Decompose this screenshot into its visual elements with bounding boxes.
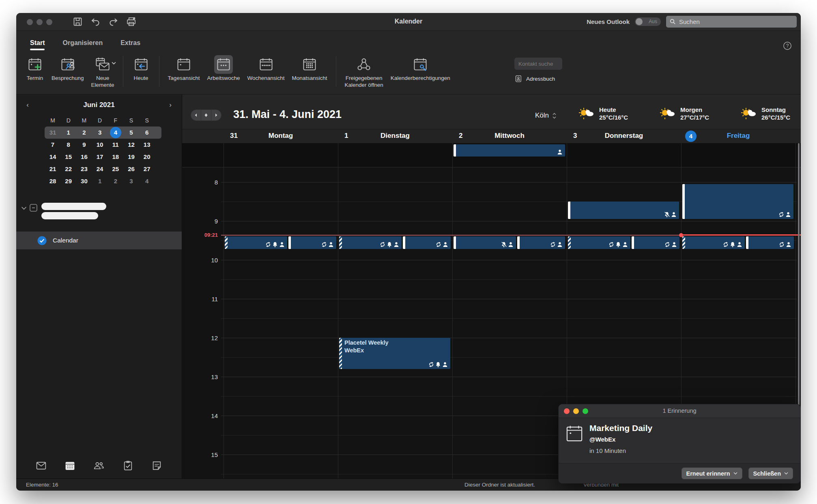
mini-calendar-day[interactable]: 1 — [92, 176, 108, 187]
help-icon[interactable]: ? — [783, 41, 792, 50]
calendar-event[interactable] — [682, 236, 745, 249]
mini-calendar-day[interactable]: 12 — [124, 139, 139, 150]
mini-calendar-day[interactable]: 3 — [92, 127, 108, 138]
ribbon-button-wochenansicht[interactable]: Wochenansicht — [243, 54, 288, 83]
mini-calendar-day[interactable]: 31 — [45, 127, 60, 138]
mini-calendar-day[interactable]: 19 — [124, 151, 139, 163]
calendar-checkbox[interactable] — [37, 236, 47, 245]
print-icon[interactable] — [126, 16, 137, 27]
mini-calendar-day[interactable]: 7 — [45, 139, 60, 150]
calendar-event[interactable] — [403, 236, 451, 249]
mini-calendar-day[interactable]: 8 — [61, 139, 76, 150]
person-icon — [737, 242, 742, 247]
dismiss-button[interactable]: Schließen — [748, 468, 793, 479]
event-placetel-weekly[interactable]: Placetel WeeklyWebEx — [339, 338, 450, 369]
ribbon-button-besprechung[interactable]: Besprechung — [48, 54, 88, 83]
calendar-event[interactable] — [632, 236, 679, 249]
calendar-event[interactable] — [746, 236, 794, 249]
ribbon-button-monatsansicht[interactable]: Monatsansicht — [288, 54, 331, 83]
mini-calendar-day[interactable]: 9 — [76, 139, 92, 150]
calendar-module-icon[interactable] — [64, 460, 75, 471]
mini-calendar-day[interactable]: 21 — [45, 163, 60, 175]
calendar-event[interactable] — [339, 236, 402, 249]
snooze-button[interactable]: Erneut erinnern — [682, 468, 742, 479]
event-icons — [664, 212, 677, 217]
mini-calendar-day[interactable]: 1 — [61, 127, 76, 138]
all-day-event[interactable] — [454, 144, 565, 157]
mini-calendar-day[interactable]: 28 — [45, 176, 60, 187]
mini-calendar-day[interactable]: 2 — [108, 176, 123, 187]
mini-calendar-day[interactable]: 16 — [76, 151, 92, 163]
nav-back-button[interactable] — [191, 110, 201, 120]
chevron-down-icon[interactable] — [21, 206, 27, 210]
people-module-icon[interactable] — [93, 460, 104, 471]
tab-organisieren[interactable]: Organisieren — [62, 39, 103, 50]
nav-forward-button[interactable] — [211, 110, 221, 120]
chevron-down-icon — [784, 472, 788, 475]
close-window-button[interactable] — [27, 19, 33, 25]
mini-calendar-day[interactable]: 2 — [76, 127, 92, 138]
mini-calendar-day[interactable]: 17 — [92, 151, 108, 163]
calendar-event[interactable] — [225, 236, 287, 249]
calendar-event[interactable] — [682, 184, 793, 219]
weather-location[interactable]: Köln — [535, 112, 557, 120]
mini-calendar-day[interactable]: 27 — [139, 163, 155, 175]
mini-calendar-day[interactable]: 14 — [45, 151, 60, 163]
search-input[interactable] — [679, 18, 793, 25]
ribbon-button-tagesansicht[interactable]: Tagesansicht — [164, 54, 204, 83]
mini-calendar-day[interactable]: 5 — [124, 127, 139, 138]
ribbon-button-neue[interactable]: Neue Elemente — [88, 54, 118, 90]
tab-extras[interactable]: Extras — [120, 39, 140, 50]
mini-calendar-day[interactable]: 24 — [92, 163, 108, 175]
ribbon-button-termin[interactable]: Termin — [22, 54, 48, 83]
mini-calendar-day[interactable]: 11 — [108, 139, 123, 150]
weather-temp-label: 26°C/15°C — [761, 114, 790, 121]
mini-calendar-prev-button[interactable]: ‹ — [24, 102, 31, 108]
sidebar-item-calendar[interactable]: Calendar — [16, 232, 182, 249]
mini-calendar-day[interactable]: 29 — [61, 176, 76, 187]
mini-calendar-day[interactable]: 3 — [124, 176, 139, 187]
mini-calendar-day[interactable]: 18 — [108, 151, 123, 163]
event-status-bar — [454, 236, 456, 249]
zoom-window-button[interactable] — [46, 19, 52, 25]
contact-search-field[interactable]: Kontakt suche — [514, 58, 562, 70]
mini-calendar-day[interactable]: 15 — [61, 151, 76, 163]
undo-icon[interactable] — [90, 16, 101, 27]
calendar-event[interactable] — [517, 236, 565, 249]
event-status-bar — [454, 144, 456, 157]
mini-calendar-next-button[interactable]: › — [167, 102, 174, 108]
notes-module-icon[interactable] — [151, 460, 162, 471]
nav-today-button[interactable] — [201, 110, 211, 120]
calendar-event[interactable] — [454, 236, 516, 249]
calendar-event[interactable] — [288, 236, 336, 249]
tab-start[interactable]: Start — [30, 39, 45, 50]
save-icon[interactable] — [72, 16, 83, 27]
mini-calendar-day[interactable]: 26 — [124, 163, 139, 175]
ribbon-button-heute[interactable]: Heute — [128, 54, 154, 83]
mini-calendar-day[interactable]: 13 — [139, 139, 155, 150]
calendar-event[interactable] — [568, 202, 679, 219]
calendar-event[interactable] — [568, 236, 630, 249]
ribbon-button-freigegebenen[interactable]: Freigegebenen Kalender öffnen — [341, 54, 387, 90]
ribbon-button-kalenderberechtigungen[interactable]: Kalenderberechtigungen — [387, 54, 454, 83]
tasks-module-icon[interactable] — [123, 460, 133, 471]
mini-calendar-day[interactable]: 4 — [139, 176, 155, 187]
mini-calendar-day[interactable]: 20 — [139, 151, 155, 163]
mini-calendar-day[interactable]: 22 — [61, 163, 76, 175]
mini-calendar-day[interactable]: 25 — [108, 163, 123, 175]
all-day-row[interactable] — [182, 143, 801, 167]
ribbon-button-arbeitswoche[interactable]: Arbeitswoche — [203, 54, 243, 83]
redo-icon[interactable] — [108, 16, 119, 27]
recurrence-icon — [265, 242, 271, 247]
mini-calendar-day[interactable]: 30 — [76, 176, 92, 187]
account-checkbox[interactable] — [30, 204, 37, 212]
mini-calendar-day[interactable]: 23 — [76, 163, 92, 175]
search-field[interactable] — [666, 16, 797, 28]
mini-calendar-day[interactable]: 6 — [139, 127, 155, 138]
mini-calendar-day-selected[interactable]: 4 — [110, 127, 121, 138]
new-outlook-toggle[interactable]: Aus — [635, 17, 661, 26]
mail-module-icon[interactable] — [36, 460, 47, 471]
mini-calendar-day[interactable]: 10 — [92, 139, 108, 150]
minimize-window-button[interactable] — [37, 19, 43, 25]
address-book-button[interactable]: Adressbuch — [514, 75, 562, 83]
